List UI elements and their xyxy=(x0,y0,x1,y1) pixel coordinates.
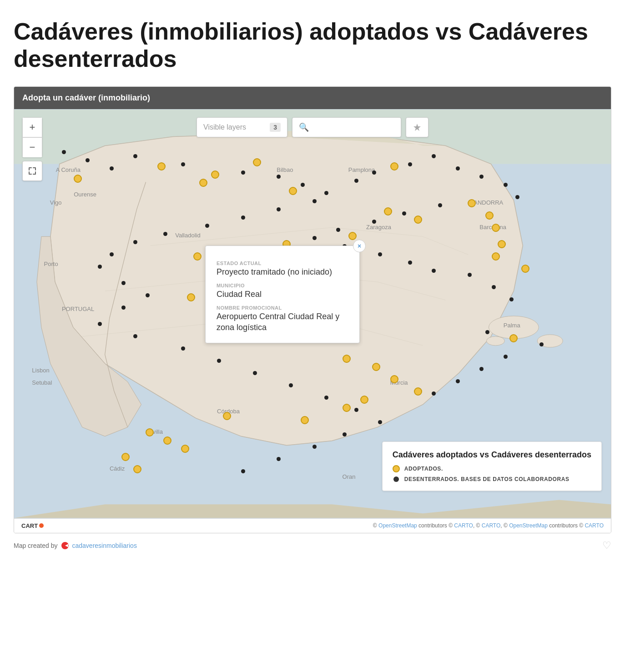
black-dot-43[interactable] xyxy=(324,396,328,400)
yellow-dot-24[interactable] xyxy=(390,375,398,383)
black-dot-34[interactable] xyxy=(121,281,126,285)
yellow-dot-9[interactable] xyxy=(492,224,500,232)
black-dot-5[interactable] xyxy=(241,171,245,175)
black-dot-21[interactable] xyxy=(312,236,317,240)
yellow-dot-0[interactable] xyxy=(74,175,82,183)
yellow-dot-10[interactable] xyxy=(498,240,506,248)
yellow-dot-31[interactable] xyxy=(163,436,171,445)
zoom-out-button[interactable]: − xyxy=(22,137,42,157)
black-dot-28[interactable] xyxy=(241,216,245,220)
black-dot-37[interactable] xyxy=(98,322,102,326)
black-dot-50[interactable] xyxy=(479,367,484,371)
yellow-dot-19[interactable] xyxy=(187,293,195,301)
black-dot-0[interactable] xyxy=(62,150,66,154)
yellow-dot-8[interactable] xyxy=(485,211,494,220)
carto-link-1[interactable]: CARTO xyxy=(454,522,473,529)
black-dot-25[interactable] xyxy=(432,269,436,273)
yellow-dot-17[interactable] xyxy=(193,252,202,261)
black-dot-31[interactable] xyxy=(133,240,137,244)
yellow-dot-34[interactable] xyxy=(133,465,141,473)
visible-layers-button[interactable]: Visible layers 3 xyxy=(197,117,287,137)
yellow-dot-22[interactable] xyxy=(343,355,351,363)
black-dot-24[interactable] xyxy=(408,261,412,265)
heart-icon[interactable]: ♡ xyxy=(602,540,611,552)
expand-button[interactable] xyxy=(22,161,42,181)
yellow-dot-35[interactable] xyxy=(509,334,518,342)
black-dot-29[interactable] xyxy=(205,224,209,228)
yellow-dot-29[interactable] xyxy=(223,412,231,420)
black-dot-4[interactable] xyxy=(181,162,185,166)
yellow-dot-27[interactable] xyxy=(343,404,351,412)
black-dot-2[interactable] xyxy=(110,166,114,171)
black-dot-10[interactable] xyxy=(372,171,376,175)
black-dot-47[interactable] xyxy=(312,445,317,449)
yellow-dot-11[interactable] xyxy=(492,252,500,261)
black-dot-58[interactable] xyxy=(509,297,514,301)
black-dot-45[interactable] xyxy=(378,420,382,424)
black-dot-19[interactable] xyxy=(372,220,376,224)
black-dot-26[interactable] xyxy=(312,199,317,203)
yellow-dot-14[interactable] xyxy=(414,216,422,224)
osm-link-1[interactable]: OpenStreetMap xyxy=(378,522,417,529)
popup-close-button[interactable]: × xyxy=(353,240,366,252)
black-dot-13[interactable] xyxy=(456,166,460,171)
yellow-dot-5[interactable] xyxy=(289,187,297,195)
yellow-dot-15[interactable] xyxy=(348,232,357,240)
yellow-dot-13[interactable] xyxy=(384,207,392,216)
black-dot-48[interactable] xyxy=(277,457,281,461)
black-dot-30[interactable] xyxy=(163,232,167,236)
black-dot-27[interactable] xyxy=(277,207,281,211)
carto-link-2[interactable]: CARTO xyxy=(482,522,501,529)
black-dot-44[interactable] xyxy=(354,408,358,412)
black-dot-15[interactable] xyxy=(504,183,508,187)
black-dot-7[interactable] xyxy=(301,183,305,187)
black-dot-8[interactable] xyxy=(324,191,328,195)
yellow-dot-30[interactable] xyxy=(146,428,154,436)
yellow-dot-2[interactable] xyxy=(211,171,219,179)
yellow-dot-33[interactable] xyxy=(121,453,130,461)
black-dot-17[interactable] xyxy=(438,203,442,207)
osm-link-2[interactable]: OpenStreetMap xyxy=(509,522,548,529)
black-dot-14[interactable] xyxy=(479,175,484,179)
yellow-dot-6[interactable] xyxy=(390,162,398,171)
black-dot-42[interactable] xyxy=(289,383,293,387)
carto-link-3[interactable]: CARTO xyxy=(585,522,604,529)
black-dot-39[interactable] xyxy=(181,346,185,351)
black-dot-41[interactable] xyxy=(253,371,257,375)
black-dot-18[interactable] xyxy=(402,211,406,216)
black-dot-57[interactable] xyxy=(492,285,496,289)
yellow-dot-28[interactable] xyxy=(301,416,309,424)
black-dot-11[interactable] xyxy=(408,162,412,166)
black-dot-56[interactable] xyxy=(468,273,472,277)
black-dot-16[interactable] xyxy=(515,195,519,199)
yellow-dot-7[interactable] xyxy=(468,199,476,207)
yellow-dot-1[interactable] xyxy=(157,162,166,171)
yellow-dot-4[interactable] xyxy=(253,158,261,166)
black-dot-36[interactable] xyxy=(121,306,126,310)
black-dot-40[interactable] xyxy=(217,359,221,363)
yellow-dot-25[interactable] xyxy=(414,387,422,396)
black-dot-6[interactable] xyxy=(277,175,281,179)
black-dot-32[interactable] xyxy=(110,252,114,256)
black-dot-49[interactable] xyxy=(241,469,245,473)
author-link[interactable]: cadaveresinmobiliarios xyxy=(72,542,137,549)
black-dot-33[interactable] xyxy=(98,265,102,269)
zoom-in-button[interactable]: + xyxy=(22,117,42,137)
yellow-dot-32[interactable] xyxy=(181,445,189,453)
black-dot-53[interactable] xyxy=(504,355,508,359)
map-body[interactable]: Bordeaux*A CoruñaVigoOurenseBilbaoPamplo… xyxy=(14,109,611,518)
locate-button[interactable] xyxy=(406,117,428,137)
black-dot-3[interactable] xyxy=(133,154,137,158)
black-dot-35[interactable] xyxy=(146,293,150,297)
black-dot-51[interactable] xyxy=(456,379,460,383)
black-dot-54[interactable] xyxy=(539,342,544,346)
yellow-dot-12[interactable] xyxy=(521,265,529,273)
black-dot-9[interactable] xyxy=(354,179,358,183)
black-dot-38[interactable] xyxy=(133,334,137,338)
black-dot-46[interactable] xyxy=(343,432,347,436)
search-box[interactable]: 🔍 xyxy=(292,117,401,137)
black-dot-23[interactable] xyxy=(378,252,382,256)
yellow-dot-26[interactable] xyxy=(360,396,368,404)
black-dot-52[interactable] xyxy=(432,391,436,396)
black-dot-12[interactable] xyxy=(432,154,436,158)
